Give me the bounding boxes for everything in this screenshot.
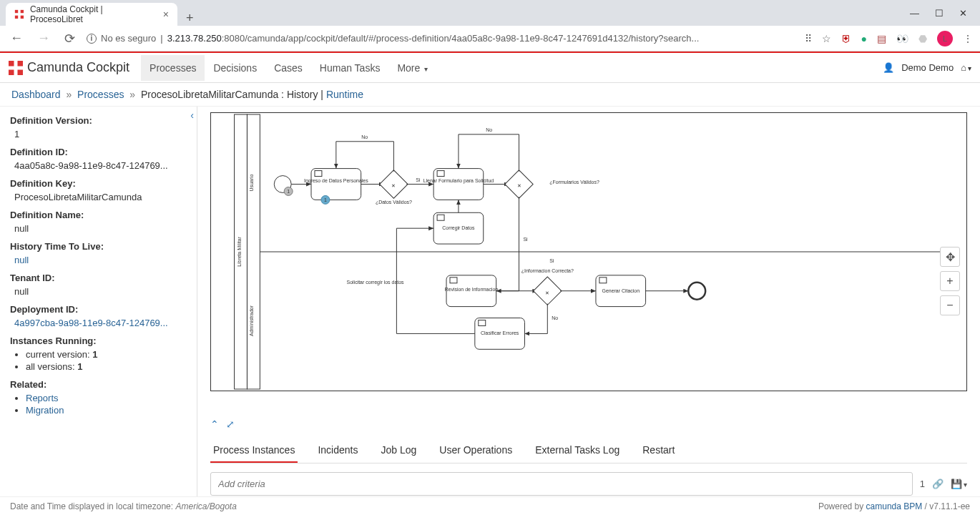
def-id-label: Definition ID: [10,147,187,157]
tab-restart[interactable]: Restart [640,438,677,463]
related-reports[interactable]: Reports [26,393,59,403]
svg-text:Si: Si [416,177,421,182]
tab-user-operations[interactable]: User Operations [436,438,515,463]
svg-rect-40 [437,215,444,220]
star-icon[interactable]: ☆ [822,33,831,44]
nav-decisions[interactable]: Decisions [205,55,265,81]
pdf-icon[interactable]: ▤ [877,33,886,44]
svg-rect-58 [479,320,486,326]
svg-text:No: No [361,134,368,139]
svg-text:Libreta Militar: Libreta Militar [237,236,242,266]
back-button[interactable]: ← [7,31,26,46]
link-icon[interactable]: 🔗 [932,479,944,489]
crumb-runtime[interactable]: Runtime [326,89,363,100]
crumb-current: ProcesoLibretaMilitarCamunda : History [141,89,318,100]
tenant-label: Tenant ID: [10,273,187,283]
profile-avatar[interactable]: L [937,31,953,46]
svg-text:✕: ✕ [517,183,521,188]
tab-process-instances[interactable]: Process Instances [210,438,298,463]
related-migration[interactable]: Migration [26,405,64,416]
inst-all: all versions: 1 [26,361,187,372]
def-key-value: ProcesoLibretaMilitarCamunda [14,192,187,202]
browser-tab[interactable]: Camunda Cockpit | ProcesoLibret × [6,3,177,26]
panel-expand-icon[interactable]: ⤢ [226,418,235,430]
forward-button[interactable]: → [34,31,53,46]
panel-toggle-icon[interactable]: ⌃ [210,418,219,430]
crumb-dashboard[interactable]: Dashboard [11,89,61,100]
deploy-label: Deployment ID: [10,304,187,315]
address-bar[interactable]: i No es seguro | 3.213.78.250:8080/camun… [87,33,796,44]
zoom-out-button[interactable]: − [940,295,960,315]
timezone-label: Date and Time displayed in local timezon… [10,501,237,511]
security-label: No es seguro [101,33,156,44]
svg-text:Ingreso de Datos Personales: Ingreso de Datos Personales [304,178,368,184]
svg-rect-53 [599,278,607,283]
sidebar-collapse-icon[interactable]: ‹ [190,109,194,121]
svg-rect-43 [450,278,457,283]
svg-text:✕: ✕ [545,290,549,295]
svg-text:Generar Citacion: Generar Citacion [602,288,640,293]
zoom-reset-button[interactable]: ✥ [940,247,960,267]
def-id-value: 4aa05a8c-9a98-11e9-8c47-124769... [14,160,187,171]
tab-external-tasks[interactable]: External Tasks Log [532,438,622,463]
httl-value[interactable]: null [14,255,187,265]
deploy-value[interactable]: 4a997cba-9a98-11e9-8c47-124769... [14,318,187,328]
svg-text:Usuario: Usuario [249,174,254,191]
tenant-value: null [14,286,187,297]
url-text: 3.213.78.250:8080/camunda/app/cockpit/de… [167,33,700,44]
zoom-in-button[interactable]: + [940,271,960,291]
svg-rect-3 [21,16,24,19]
svg-rect-1 [21,10,24,13]
nav-cases[interactable]: Cases [265,55,311,81]
inst-current: current version: 1 [26,349,187,360]
svg-text:Clasificar Errores: Clasificar Errores [481,330,519,335]
user-name[interactable]: Demo Demo [901,62,954,73]
tab-title: Camunda Cockpit | ProcesoLibret [30,4,157,24]
reload-button[interactable]: ⟳ [62,31,78,46]
svg-text:1: 1 [324,197,327,202]
ext-icon-2[interactable]: 👀 [896,33,908,44]
tab-job-log[interactable]: Job Log [378,438,419,463]
ext-icon-3[interactable]: ⬣ [918,33,927,44]
ext-icon-1[interactable]: ● [861,33,867,44]
svg-rect-4 [9,61,14,67]
window-maximize-icon[interactable]: ☐ [935,8,944,19]
window-close-icon[interactable]: ✕ [959,8,967,19]
svg-text:Administrador: Administrador [249,305,254,336]
svg-rect-31 [437,171,444,177]
httl-label: History Time To Live: [10,241,187,252]
tab-close-icon[interactable]: × [163,9,169,20]
svg-rect-2 [15,16,18,19]
breadcrumb: Dashboard » Processes » ProcesoLibretaMi… [0,83,980,107]
new-tab-button[interactable]: + [177,11,202,26]
nav-human-tasks[interactable]: Human Tasks [311,55,389,81]
nav-more[interactable]: More ▾ [388,55,436,81]
bpmn-diagram[interactable]: Libreta Militar Usuario Administrador 1 … [210,112,967,391]
product-name: Camunda Cockpit [27,60,129,75]
svg-text:Revision de Informacion: Revision de Informacion [445,287,499,292]
svg-text:¿Datos Válidos?: ¿Datos Válidos? [376,200,412,205]
translate-icon[interactable]: ⠿ [805,33,812,44]
related-label: Related: [10,379,187,390]
save-icon[interactable]: 💾▾ [951,479,967,489]
ublock-icon[interactable]: ⛨ [841,33,851,44]
svg-text:No: No [552,315,558,320]
crumb-processes[interactable]: Processes [77,89,124,100]
home-icon[interactable]: ⌂▾ [961,62,971,73]
inst-label: Instances Running: [10,335,187,346]
camunda-link[interactable]: camunda BPM [866,501,923,511]
svg-text:Corregir Datos: Corregir Datos [442,225,475,231]
svg-text:Solicitar corregir los datos: Solicitar corregir los datos [347,280,405,285]
camunda-logo-icon [9,61,23,75]
criteria-input[interactable] [210,472,913,496]
info-icon: i [87,34,97,44]
svg-rect-5 [18,61,24,67]
def-name-label: Definition Name: [10,210,187,220]
user-icon: 👤 [883,62,894,73]
window-minimize-icon[interactable]: — [910,8,919,19]
svg-text:¿Formularios Válidos?: ¿Formularios Válidos? [549,180,599,185]
result-count: 1 [920,479,925,489]
tab-incidents[interactable]: Incidents [315,438,361,463]
nav-processes[interactable]: Processes [141,55,205,81]
browser-menu-icon[interactable]: ⋮ [963,33,973,44]
